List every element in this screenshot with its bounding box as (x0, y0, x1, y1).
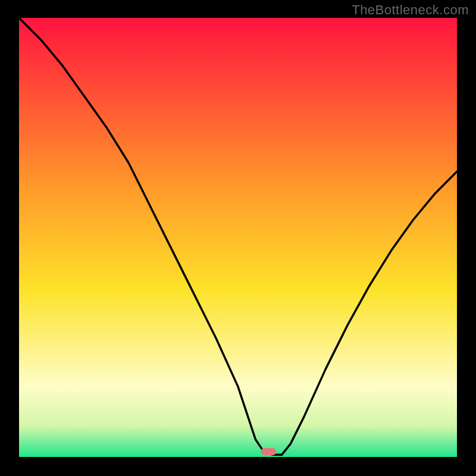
chart-frame: TheBottleneck.com (0, 0, 476, 476)
bottleneck-marker (261, 448, 277, 455)
watermark-text: TheBottleneck.com (352, 2, 469, 18)
bottleneck-plot (19, 18, 457, 457)
plot-background (19, 18, 457, 457)
